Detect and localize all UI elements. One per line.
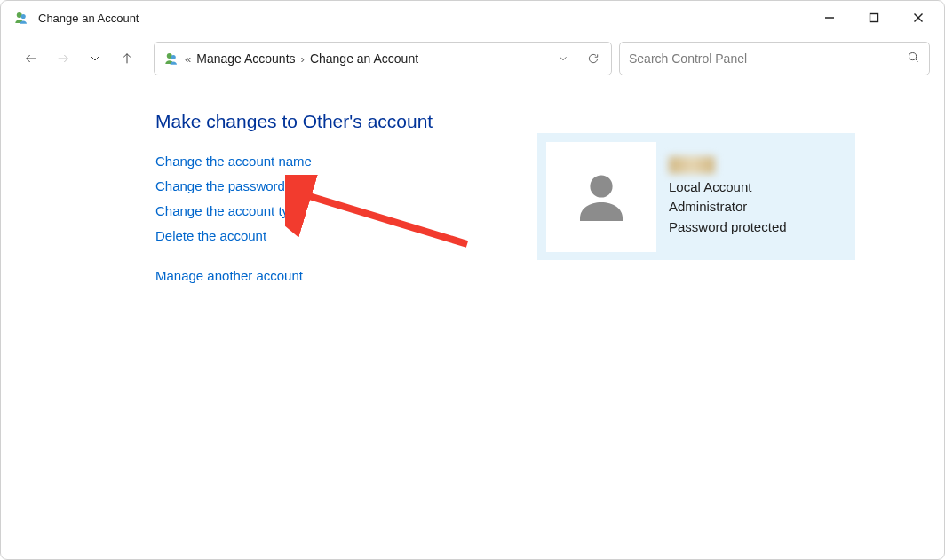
breadcrumb: « Manage Accounts › Change an Account [185,51,418,66]
svg-point-1 [21,14,26,19]
change-account-type-link[interactable]: Change the account type [155,203,457,218]
search-input[interactable] [629,51,907,66]
svg-rect-3 [870,14,878,22]
avatar [546,142,656,252]
account-name-redacted [669,156,715,174]
account-protection: Password protected [669,217,787,238]
refresh-button[interactable] [581,46,606,71]
recent-locations-button[interactable] [83,46,107,71]
page-title: Make changes to Other's account [155,111,457,132]
titlebar: Change an Account [1,1,944,35]
breadcrumb-prefix: « [185,52,191,66]
svg-line-12 [916,59,918,61]
content-area: Make changes to Other's account Change t… [1,84,944,293]
breadcrumb-change-account[interactable]: Change an Account [310,51,418,66]
chevron-right-icon: › [301,52,305,66]
account-info: Local Account Administrator Password pro… [669,156,787,238]
window-title: Change an Account [38,12,139,25]
maximize-button[interactable] [852,1,896,35]
search-box[interactable] [619,42,930,75]
svg-point-11 [909,52,917,59]
window-controls [807,1,941,35]
forward-button[interactable] [51,46,75,71]
manage-another-account-link[interactable]: Manage another account [155,268,457,283]
history-dropdown-button[interactable] [551,46,576,71]
svg-point-10 [171,55,176,59]
delete-account-link[interactable]: Delete the account [155,228,457,243]
change-password-link[interactable]: Change the password [155,178,457,193]
users-icon [163,51,179,67]
close-button[interactable] [896,1,941,35]
account-role: Administrator [669,197,787,217]
breadcrumb-manage-accounts[interactable]: Manage Accounts [196,51,295,66]
search-icon[interactable] [907,51,920,67]
account-card[interactable]: Local Account Administrator Password pro… [537,133,855,260]
minimize-button[interactable] [807,1,852,35]
account-type: Local Account [669,177,787,198]
up-button[interactable] [115,46,139,71]
toolbar: « Manage Accounts › Change an Account [1,35,944,84]
user-icon [569,165,633,229]
back-button[interactable] [19,46,44,71]
users-icon [13,10,29,26]
change-account-name-link[interactable]: Change the account name [155,154,457,169]
svg-point-13 [590,175,612,197]
address-bar[interactable]: « Manage Accounts › Change an Account [154,42,612,75]
